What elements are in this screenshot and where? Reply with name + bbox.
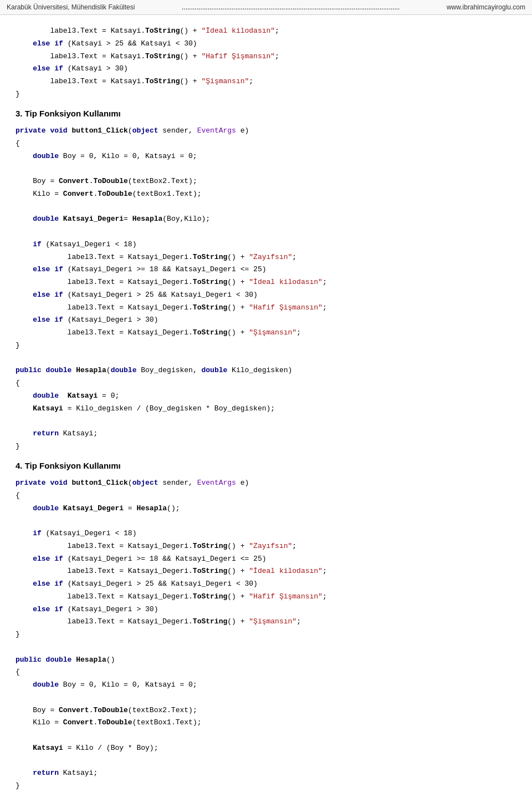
- header-dots: ........................................…: [182, 3, 400, 11]
- code-block-intro: label3.Text = Katsayi.ToString() + "İdea…: [16, 25, 516, 101]
- code-block-section4: private void button1_Click(object sender…: [16, 477, 516, 792]
- main-content: label3.Text = Katsayi.ToString() + "İdea…: [0, 15, 532, 792]
- website-url: www.ibrahimcayiroglu.com: [447, 3, 525, 11]
- page-header: Karabük Üniversitesi, Mühendislik Fakült…: [0, 0, 532, 15]
- section4-heading: 4. Tip Fonksiyon Kullanımı: [16, 459, 516, 473]
- university-name: Karabük Üniversitesi, Mühendislik Fakült…: [7, 3, 135, 11]
- code-block-section3: private void button1_Click(object sender…: [16, 125, 516, 453]
- section3-heading: 3. Tip Fonksiyon Kullanımı: [16, 106, 516, 121]
